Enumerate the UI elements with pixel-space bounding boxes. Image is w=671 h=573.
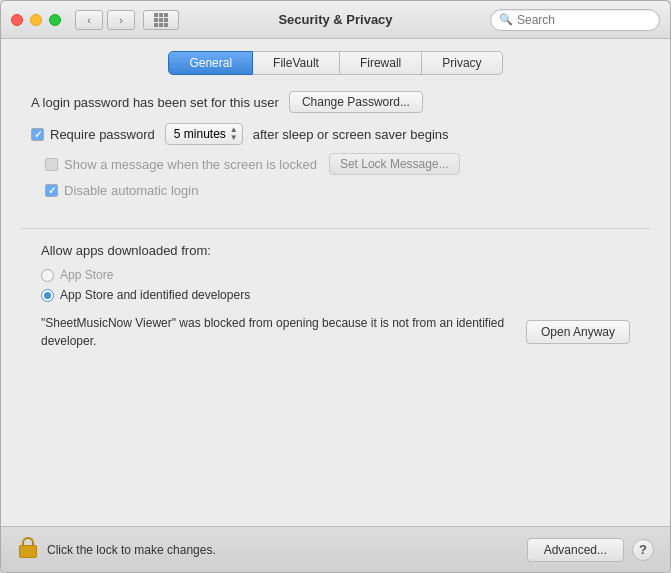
forward-button[interactable]: ›	[107, 10, 135, 30]
grid-icon	[154, 13, 168, 27]
tab-firewall[interactable]: Firewall	[340, 51, 422, 75]
window-title: Security & Privacy	[278, 12, 392, 27]
tab-filevault[interactable]: FileVault	[253, 51, 340, 75]
window: ‹ › Security & Privacy 🔍 General FileVau…	[0, 0, 671, 573]
lock-body	[19, 545, 37, 558]
show-message-label: Show a message when the screen is locked	[64, 157, 317, 172]
change-password-button[interactable]: Change Password...	[289, 91, 423, 113]
login-password-label: A login password has been set for this u…	[31, 95, 279, 110]
blocked-message-row: "SheetMusicNow Viewer" was blocked from …	[41, 314, 630, 350]
search-box[interactable]: 🔍	[490, 9, 660, 31]
require-password-label: Require password	[50, 127, 155, 142]
require-password-suffix: after sleep or screen saver begins	[253, 127, 449, 142]
help-button[interactable]: ?	[632, 539, 654, 561]
minimize-button[interactable]	[30, 14, 42, 26]
show-message-checkbox[interactable]	[45, 158, 58, 171]
content-area: General FileVault Firewall Privacy A log…	[1, 39, 670, 526]
search-input[interactable]	[517, 13, 651, 27]
traffic-lights	[11, 14, 61, 26]
require-password-checkbox[interactable]	[31, 128, 44, 141]
lock-text: Click the lock to make changes.	[47, 543, 527, 557]
tabs: General FileVault Firewall Privacy	[21, 51, 650, 75]
set-lock-message-button[interactable]: Set Lock Message...	[329, 153, 460, 175]
lock-shackle	[22, 537, 34, 545]
password-time-select[interactable]: 5 minutes ▲ ▼	[165, 123, 243, 145]
radio-row-identified: App Store and identified developers	[41, 288, 630, 302]
disable-auto-login-row: Disable automatic login	[21, 183, 650, 198]
search-icon: 🔍	[499, 13, 513, 26]
nav-buttons: ‹ ›	[75, 10, 135, 30]
login-password-row: A login password has been set for this u…	[21, 91, 650, 113]
titlebar: ‹ › Security & Privacy 🔍	[1, 1, 670, 39]
close-button[interactable]	[11, 14, 23, 26]
blocked-message-text: "SheetMusicNow Viewer" was blocked from …	[41, 314, 516, 350]
appstore-radio[interactable]	[41, 269, 54, 282]
tab-general[interactable]: General	[168, 51, 253, 75]
advanced-button[interactable]: Advanced...	[527, 538, 624, 562]
lock-icon[interactable]	[17, 537, 39, 563]
allow-apps-title: Allow apps downloaded from:	[41, 243, 630, 258]
require-password-row: Require password 5 minutes ▲ ▼ after sle…	[21, 123, 650, 145]
identified-developers-label: App Store and identified developers	[60, 288, 250, 302]
allow-apps-section: Allow apps downloaded from: App Store Ap…	[21, 243, 650, 350]
bottom-bar: Click the lock to make changes. Advanced…	[1, 526, 670, 572]
show-message-row: Show a message when the screen is locked…	[21, 153, 650, 175]
maximize-button[interactable]	[49, 14, 61, 26]
open-anyway-button[interactable]: Open Anyway	[526, 320, 630, 344]
appstore-label: App Store	[60, 268, 113, 282]
section-divider	[21, 228, 650, 229]
grid-view-button[interactable]	[143, 10, 179, 30]
disable-auto-login-label: Disable automatic login	[64, 183, 198, 198]
identified-developers-radio[interactable]	[41, 289, 54, 302]
tab-privacy[interactable]: Privacy	[422, 51, 502, 75]
disable-auto-login-checkbox[interactable]	[45, 184, 58, 197]
radio-row-appstore: App Store	[41, 268, 630, 282]
back-button[interactable]: ‹	[75, 10, 103, 30]
